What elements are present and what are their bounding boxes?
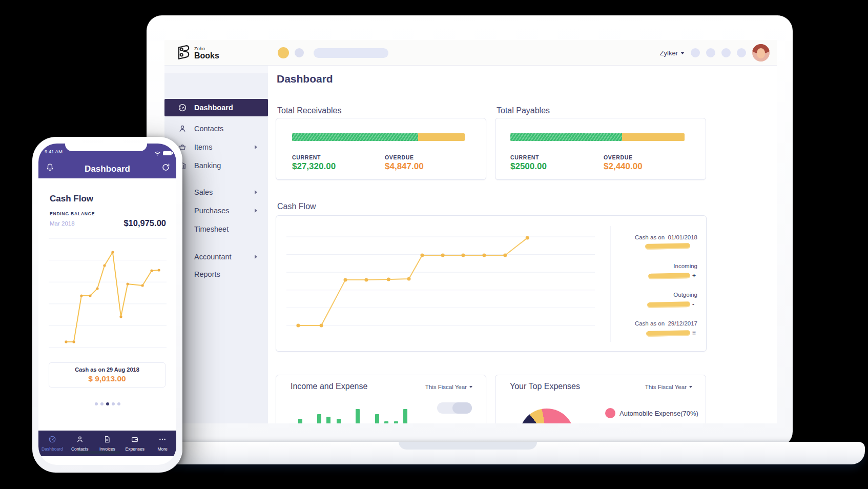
search-placeholder-pill[interactable] bbox=[314, 48, 388, 58]
cashflow-card: Cash as on 01/01/2018Incoming+Outgoing-C… bbox=[276, 215, 707, 352]
payables-overdue-label: OVERDUE bbox=[604, 154, 633, 160]
contacts-icon bbox=[178, 124, 187, 133]
cashflow-legend-entry: Incoming+ bbox=[613, 262, 697, 279]
payables-current-label: CURRENT bbox=[510, 154, 539, 160]
income-expense-bar bbox=[403, 409, 407, 423]
more-icon bbox=[158, 435, 167, 445]
cashflow-legend-entry: Cash as on 01/01/2018 bbox=[613, 234, 697, 249]
income-expense-bar-chart bbox=[276, 375, 487, 423]
phone-nav-expenses[interactable]: Expenses bbox=[121, 431, 149, 456]
phone-header: 9:41 AM Dashboard bbox=[38, 144, 176, 178]
pie-legend-swatch bbox=[605, 408, 615, 418]
payables-progress-current bbox=[510, 133, 622, 141]
phone-status-icons bbox=[154, 149, 172, 158]
receivables-progress-current bbox=[292, 133, 418, 141]
home-indicator[interactable] bbox=[77, 451, 120, 454]
legend-entry-label: Cash as on 01/01/2018 bbox=[613, 234, 697, 241]
receivables-current-label: CURRENT bbox=[292, 154, 321, 160]
user-avatar[interactable] bbox=[752, 44, 770, 62]
phone-cashflow-line-chart bbox=[38, 231, 176, 354]
sidebar-item-label: Sales bbox=[194, 188, 213, 196]
cashflow-section-title: Cash Flow bbox=[277, 202, 316, 211]
zoho-books-logo: Zoho Books bbox=[176, 44, 219, 62]
receivables-progress-bar bbox=[292, 133, 465, 141]
pie-legend-label: Automobile Expense(70%) bbox=[619, 410, 698, 417]
receivables-section-title: Total Receivables bbox=[277, 106, 341, 115]
topbar-icon-placeholder[interactable] bbox=[706, 48, 715, 57]
refresh-icon[interactable] bbox=[161, 162, 171, 174]
toggle-knob bbox=[452, 402, 472, 414]
payables-progress-bar bbox=[510, 133, 685, 141]
sidebar-item-label: Dashboard bbox=[194, 104, 233, 112]
pager-dot[interactable] bbox=[95, 402, 98, 405]
legend-operator: = bbox=[692, 330, 697, 337]
zoho-books-logo-icon bbox=[176, 44, 190, 62]
sidebar-item-dashboard[interactable]: Dashboard bbox=[164, 99, 268, 116]
chart-toggle-switch[interactable] bbox=[437, 402, 472, 414]
battery-icon bbox=[163, 151, 172, 155]
topbar-icon-placeholders bbox=[691, 48, 746, 57]
page-title: Dashboard bbox=[277, 73, 333, 85]
cashflow-legend-entry: Outgoing- bbox=[613, 291, 697, 308]
phone-ending-balance-value: $10,975.00 bbox=[123, 218, 166, 228]
laptop-screen: Zoho Books Zylker DashboardContactsItems… bbox=[164, 40, 777, 423]
income-expense-bar bbox=[394, 421, 398, 423]
total-receivables-card: CURRENT $27,320.00 OVERDUE $4,847.00 bbox=[276, 118, 486, 180]
org-name: Zylker bbox=[660, 49, 678, 57]
phone-nav-more[interactable]: More bbox=[149, 431, 176, 456]
phone-pager-dots bbox=[38, 402, 176, 405]
legend-entry-label: Cash as on 29/12/2017 bbox=[613, 320, 697, 327]
topbar-icon-placeholder[interactable] bbox=[721, 48, 731, 57]
topbar-icon-placeholder[interactable] bbox=[691, 48, 700, 57]
phone-cash-as-on-label: Cash as on 29 Aug 2018 bbox=[49, 366, 165, 373]
contacts-icon bbox=[76, 435, 84, 445]
org-switcher[interactable]: Zylker bbox=[660, 49, 685, 57]
brand-zoho: Zoho bbox=[194, 47, 219, 51]
redacted-value-scribble bbox=[648, 273, 690, 279]
pager-dot[interactable] bbox=[117, 402, 120, 405]
brand-books: Books bbox=[194, 52, 219, 60]
topbar-right-cluster: Zylker bbox=[660, 40, 770, 66]
income-expense-card: Income and Expense This Fiscal Year bbox=[276, 375, 486, 423]
income-expense-bar bbox=[375, 414, 379, 423]
receivables-overdue-label: OVERDUE bbox=[385, 154, 414, 160]
phone-screen: 9:41 AM Dashboard bbox=[38, 144, 176, 465]
dashboard-icon bbox=[178, 103, 187, 112]
pager-dot[interactable] bbox=[112, 402, 115, 405]
caret-down-icon bbox=[680, 52, 685, 54]
income-expense-bar bbox=[356, 409, 360, 423]
payables-overdue-value: $2,440.00 bbox=[604, 161, 643, 172]
phone-cash-as-on-box: Cash as on 29 Aug 2018 $ 9,013.00 bbox=[49, 362, 166, 388]
sidebar-item-label: Purchases bbox=[194, 207, 230, 215]
chevron-right-icon bbox=[255, 209, 257, 213]
income-expense-bar bbox=[326, 417, 330, 423]
sidebar-item-contacts[interactable]: Contacts bbox=[164, 120, 268, 137]
phone-nav-dashboard[interactable]: Dashboard bbox=[38, 431, 66, 456]
redacted-value-scribble bbox=[647, 301, 690, 308]
cashflow-legend-entry: Cash as on 29/12/2017= bbox=[613, 320, 697, 337]
top-expenses-filter[interactable]: This Fiscal Year bbox=[645, 384, 692, 390]
caret-down-icon bbox=[689, 386, 692, 388]
topbar-icon-placeholder[interactable] bbox=[737, 48, 746, 57]
filter-label: This Fiscal Year bbox=[645, 384, 687, 390]
income-expense-bar bbox=[317, 414, 321, 423]
phone-notch bbox=[65, 144, 147, 151]
payables-section-title: Total Payables bbox=[497, 106, 550, 115]
top-expenses-title: Your Top Expenses bbox=[510, 382, 580, 391]
income-expense-bar bbox=[337, 419, 341, 423]
status-dot bbox=[295, 48, 304, 57]
sidebar-item-label: Contacts bbox=[194, 125, 223, 133]
sidebar-item-label: Reports bbox=[194, 270, 220, 278]
pager-dot[interactable] bbox=[100, 402, 104, 405]
cashflow-legend: Cash as on 01/01/2018Incoming+Outgoing-C… bbox=[610, 216, 702, 352]
laptop-lid-notch bbox=[399, 442, 537, 450]
laptop-base bbox=[77, 442, 865, 464]
invoices-icon bbox=[103, 435, 111, 445]
phone-ending-balance-label: ENDING BALANCE bbox=[50, 211, 95, 216]
redacted-value-scribble bbox=[646, 330, 690, 337]
wifi-icon bbox=[154, 149, 161, 158]
phone-nav-label: Expenses bbox=[126, 446, 144, 452]
payables-current-value: $2500.00 bbox=[510, 161, 547, 172]
pager-dot[interactable] bbox=[106, 402, 109, 405]
sidebar-top-strip bbox=[164, 66, 268, 73]
